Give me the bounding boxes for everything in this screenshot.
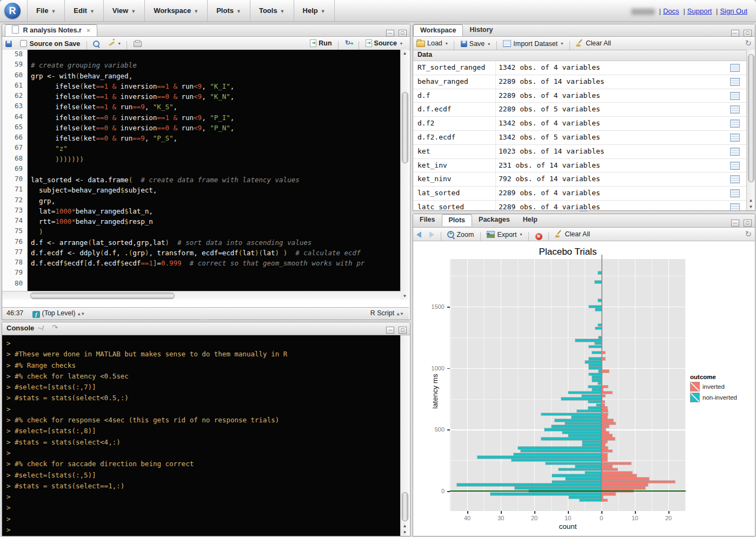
printer-icon: [134, 41, 142, 47]
workspace-object-row[interactable]: d.f2289 obs. of 4 variables: [413, 89, 755, 103]
zoom-plot-button[interactable]: Zoom: [444, 228, 477, 241]
tab-files[interactable]: Files: [413, 214, 442, 226]
code-editor[interactable]: 5859606162636465666768697071727374757677…: [2, 50, 409, 300]
workspace-object-row[interactable]: latc_sorted2289 obs. of 4 variables: [413, 201, 755, 211]
bar-non-inverted: [592, 376, 601, 379]
print-button[interactable]: [130, 37, 145, 50]
console-vscrollbar[interactable]: ▲ ▼: [400, 335, 409, 536]
code-line: lat=1000*behav_ranged$lat_n,: [31, 206, 388, 216]
menu-view[interactable]: View▼: [104, 0, 145, 22]
bar-inverted: [601, 386, 608, 388]
scroll-down-arrow[interactable]: ▼: [402, 530, 407, 535]
bar-non-inverted: [572, 416, 601, 419]
workspace-object-row[interactable]: ket_inv231 obs. of 14 variables: [413, 159, 755, 173]
refresh-icon[interactable]: ↻: [745, 229, 752, 239]
save-button[interactable]: [2, 37, 15, 50]
editor-vscrollbar[interactable]: ▲ ▼: [400, 50, 409, 300]
save-workspace-button[interactable]: Save▾: [457, 37, 494, 50]
workspace-object-row[interactable]: behav_ranged2289 obs. of 14 variables: [413, 75, 755, 89]
object-description: 1023 obs. of 14 variables: [499, 147, 605, 155]
menu-tools[interactable]: Tools▼: [250, 0, 294, 22]
view-data-button[interactable]: [730, 78, 740, 88]
editor-vscroll-thumb[interactable]: [402, 92, 408, 163]
view-data-button[interactable]: [730, 175, 740, 185]
menu-help[interactable]: Help▼: [294, 0, 335, 22]
refresh-icon[interactable]: ↻: [745, 38, 752, 48]
docs-link[interactable]: Docs: [663, 7, 679, 15]
y-axis-tick: [447, 491, 450, 492]
tab-workspace[interactable]: Workspace: [413, 24, 463, 36]
workspace-object-row[interactable]: ket_ninv792 obs. of 14 variables: [413, 173, 755, 187]
open-folder-icon[interactable]: ↷: [52, 323, 58, 332]
object-name: d.f2: [417, 119, 494, 127]
view-data-button[interactable]: [730, 134, 740, 143]
source-button[interactable]: Source▾: [362, 37, 406, 50]
code-tools-button[interactable]: ▾: [105, 37, 124, 50]
menu-edit[interactable]: Edit▼: [65, 0, 103, 22]
console-line: > #select=[stats(:,7)]: [6, 382, 409, 393]
workspace-object-row[interactable]: d.f2.ecdf1342 obs. of 5 variables: [413, 131, 755, 145]
view-data-button[interactable]: [730, 92, 740, 102]
tab-history[interactable]: History: [463, 24, 499, 36]
code-text: # create grouping variablegrp <- with(be…: [31, 50, 388, 300]
minimize-pane-button[interactable]: —: [386, 327, 394, 334]
scroll-down-arrow[interactable]: ▼: [748, 204, 753, 209]
console-vscroll-thumb[interactable]: [402, 492, 408, 521]
view-data-button[interactable]: [730, 148, 740, 157]
view-data-button[interactable]: [730, 120, 740, 129]
workspace-object-row[interactable]: d.f.ecdf2289 obs. of 5 variables: [413, 103, 755, 117]
maximize-pane-button[interactable]: ▢: [399, 30, 407, 37]
scope-selector[interactable]: f (Top Level)▲▼: [32, 309, 84, 318]
next-plot-button[interactable]: [426, 228, 437, 241]
maximize-pane-button[interactable]: ▢: [399, 327, 407, 334]
file-type-selector[interactable]: R Script▲▼: [370, 309, 403, 317]
export-plot-button[interactable]: Export▾: [483, 228, 525, 241]
load-workspace-button[interactable]: Load▾: [413, 37, 451, 50]
view-data-button[interactable]: [730, 105, 740, 115]
import-dataset-button[interactable]: Import Dataset▾: [500, 37, 566, 50]
maximize-pane-button[interactable]: ▢: [744, 220, 752, 227]
editor-hscroll-thumb[interactable]: [30, 293, 175, 299]
support-link[interactable]: Support: [687, 7, 712, 15]
run-button[interactable]: Run: [307, 37, 335, 50]
source-on-save-checkbox[interactable]: Source on Save: [17, 37, 83, 50]
line-number: 77: [2, 248, 27, 258]
workspace-object-row[interactable]: ket1023 obs. of 14 variables: [413, 145, 755, 159]
workspace-object-row[interactable]: d.f21342 obs. of 4 variables: [413, 117, 755, 131]
clear-all-button[interactable]: Clear All: [573, 37, 614, 50]
editor-hscrollbar[interactable]: [2, 291, 401, 300]
search-icon: [93, 41, 100, 47]
scroll-up-arrow[interactable]: ▲: [402, 523, 407, 528]
rerun-button[interactable]: [342, 37, 356, 50]
view-data-button[interactable]: [730, 203, 740, 211]
bar-non-inverted: [552, 481, 601, 483]
minimize-pane-button[interactable]: —: [731, 30, 739, 37]
scroll-down-arrow[interactable]: ▼: [402, 294, 407, 299]
maximize-pane-button[interactable]: ▢: [744, 30, 752, 37]
scroll-up-arrow[interactable]: ▲: [748, 198, 753, 203]
signout-link[interactable]: Sign Out: [720, 7, 747, 15]
previous-plot-button[interactable]: [413, 228, 425, 241]
view-data-button[interactable]: [730, 189, 740, 199]
workspace-object-row[interactable]: lat_sorted2289 obs. of 4 variables: [413, 187, 755, 201]
tab-plots[interactable]: Plots: [442, 214, 473, 226]
workspace-vscroll-thumb[interactable]: [748, 54, 754, 182]
minimize-pane-button[interactable]: —: [386, 30, 394, 37]
tab-help[interactable]: Help: [516, 214, 544, 226]
minimize-pane-button[interactable]: —: [731, 220, 739, 227]
find-button[interactable]: [90, 37, 103, 50]
console-area[interactable]: >> #These were done in MATLAB but makes …: [2, 335, 409, 536]
workspace-vscrollbar[interactable]: ▲ ▼: [746, 50, 755, 210]
menu-workspace[interactable]: Workspace▼: [145, 0, 208, 22]
editor-tab[interactable]: R analysis Notes.r ×: [5, 24, 97, 36]
clear-all-plots-button[interactable]: Clear All: [552, 228, 593, 241]
menu-plots[interactable]: Plots▼: [208, 0, 250, 22]
view-data-button[interactable]: [730, 64, 740, 74]
save-icon: [5, 41, 12, 47]
menu-file[interactable]: File▼: [27, 0, 65, 22]
close-tab-icon[interactable]: ×: [87, 27, 90, 34]
tab-packages[interactable]: Packages: [472, 214, 516, 226]
workspace-object-row[interactable]: RT_sorted_ranged1342 obs. of 4 variables: [413, 61, 755, 75]
view-data-button[interactable]: [730, 162, 740, 171]
scroll-up-arrow[interactable]: ▲: [402, 51, 407, 56]
